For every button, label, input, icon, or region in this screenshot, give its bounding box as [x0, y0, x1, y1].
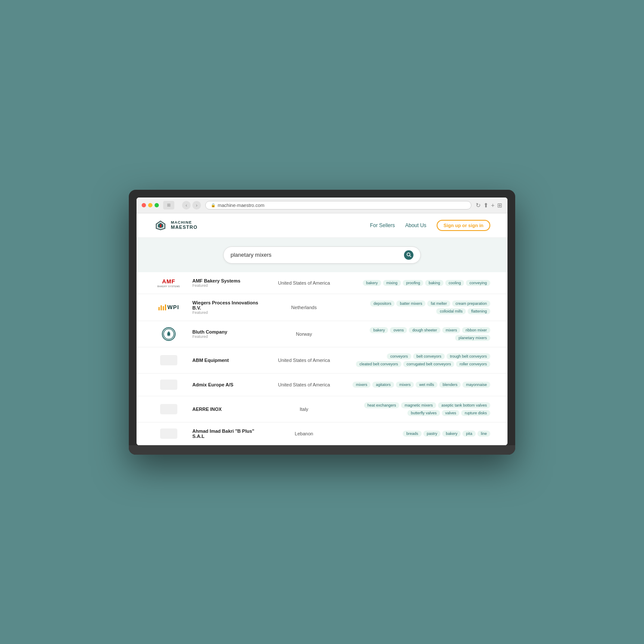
new-tab-button[interactable]: + — [491, 202, 495, 209]
tag: fat melter — [427, 301, 450, 307]
browser-actions: ↻ ⬆ + ⊞ — [476, 202, 502, 209]
company-info: Wiegers Process Innovations B.V. Feature… — [192, 300, 261, 315]
share-button[interactable]: ⬆ — [483, 202, 489, 209]
tag: conveying — [466, 280, 490, 286]
tag: cleated belt conveyors — [356, 361, 401, 367]
tag: cooling — [445, 280, 465, 286]
table-row[interactable]: ABM Equipment United States of America c… — [137, 347, 507, 374]
featured-label: Featured — [192, 334, 261, 339]
table-row[interactable]: AERRE INOX Italy heat exchangersmagnetic… — [137, 396, 507, 422]
logo-maestro: MAESTRO — [171, 225, 197, 230]
reload-button[interactable]: ↻ — [476, 202, 481, 209]
logo-icon — [154, 219, 167, 232]
company-info: AERRE INOX — [192, 407, 261, 412]
browser-chrome: ⊞ ‹ › 🔒 machine-maestro.com ↻ ⬆ + ⊞ — [137, 197, 507, 213]
back-button[interactable]: ‹ — [182, 201, 191, 210]
search-query-text: planetary mixers — [231, 252, 271, 258]
company-country: Netherlands — [270, 305, 338, 310]
tag: bakery — [363, 280, 381, 286]
company-tags: conveyorsbelt conveyorstrough belt conve… — [347, 353, 490, 367]
company-info: AMF Bakery Systems Featured — [192, 278, 261, 288]
tag: butterfly valves — [407, 410, 440, 416]
tag: pita — [462, 431, 476, 437]
company-logo-area: WPI — [154, 304, 184, 310]
tag: agitators — [372, 382, 394, 388]
tag: mixers — [396, 382, 414, 388]
company-name: Bluth Company — [192, 329, 261, 334]
tag: line — [477, 431, 490, 437]
traffic-lights — [142, 203, 159, 207]
address-bar[interactable]: 🔒 machine-maestro.com — [205, 201, 471, 210]
logo-text: MACHINE MAESTRO — [171, 221, 197, 230]
close-button[interactable] — [142, 203, 146, 207]
maximize-button[interactable] — [155, 203, 159, 207]
tag: ovens — [390, 327, 407, 333]
tag: cream preparation — [452, 301, 490, 307]
svg-line-5 — [410, 256, 411, 257]
browser-nav: ‹ › — [182, 201, 201, 210]
tag: mixers — [442, 327, 461, 333]
company-tags: depositorsbatter mixersfat meltercream p… — [347, 301, 490, 314]
tag: conveyors — [387, 353, 411, 359]
company-logo-area — [154, 404, 184, 414]
company-country: Norway — [270, 331, 338, 337]
company-country: United States of America — [270, 382, 338, 387]
nav-links: For Sellers About Us Sign up or sign in — [370, 220, 490, 231]
company-name: Wiegers Process Innovations B.V. — [192, 300, 261, 310]
company-tags: bakeryovensdough sheetermixersribbon mix… — [347, 327, 490, 341]
tag: trough belt conveyors — [447, 353, 490, 359]
lock-icon: 🔒 — [211, 203, 216, 207]
search-icon — [407, 252, 411, 257]
company-logo-area — [154, 380, 184, 390]
company-logo: AMF BAKERY SYSTEMS — [158, 278, 180, 288]
tag: colloidal mills — [436, 308, 466, 314]
table-row[interactable]: WPI Wiegers Process Innovations B.V. Fea… — [137, 294, 507, 321]
laptop-screen: ⊞ ‹ › 🔒 machine-maestro.com ↻ ⬆ + ⊞ — [137, 197, 507, 445]
forward-button[interactable]: › — [192, 201, 201, 210]
site-header: MACHINE MAESTRO For Sellers About Us Sig… — [137, 213, 507, 238]
search-section: planetary mixers — [137, 238, 507, 272]
table-row[interactable]: Bluth Company Featured Norway bakeryoven… — [137, 321, 507, 347]
svg-point-4 — [407, 253, 410, 256]
company-logo — [162, 327, 176, 341]
tag: proofing — [403, 280, 424, 286]
tag: mixing — [383, 280, 401, 286]
featured-label: Featured — [192, 283, 261, 288]
company-tags: heat exchangersmagnetic mixersaseptic ta… — [347, 402, 490, 416]
tag: wet mills — [416, 382, 437, 388]
tag: bakery — [370, 327, 388, 333]
company-logo: WPI — [158, 304, 179, 310]
tag: heat exchangers — [364, 402, 400, 408]
company-logo — [160, 404, 177, 414]
tag: ribbon mixer — [462, 327, 490, 333]
logo-machine: MACHINE — [171, 221, 197, 225]
tag: batter mixers — [396, 301, 425, 307]
tab-switcher[interactable]: ⊞ — [163, 201, 174, 210]
laptop-base — [129, 445, 515, 455]
company-logo-area — [154, 355, 184, 365]
company-logo — [160, 380, 177, 390]
tag: mixers — [352, 382, 371, 388]
signup-button[interactable]: Sign up or sign in — [437, 220, 490, 231]
nav-for-sellers[interactable]: For Sellers — [370, 222, 395, 228]
minimize-button[interactable] — [148, 203, 152, 207]
tag: dough sheeter — [409, 327, 440, 333]
table-row[interactable]: AMF BAKERY SYSTEMS AMF Bakery Systems Fe… — [137, 272, 507, 294]
table-row[interactable]: Ahmad Imad Bakri "B Plus" S.A.L Lebanon … — [137, 422, 507, 445]
tag: blenders — [439, 382, 461, 388]
company-country: United States of America — [270, 280, 338, 286]
company-info: Admix Europe A/S — [192, 382, 261, 387]
tab-overview-button[interactable]: ⊞ — [497, 202, 502, 209]
company-logo-area: AMF BAKERY SYSTEMS — [154, 278, 184, 288]
tag: pastry — [423, 431, 441, 437]
company-logo — [160, 355, 177, 365]
laptop-frame: ⊞ ‹ › 🔒 machine-maestro.com ↻ ⬆ + ⊞ — [129, 190, 515, 455]
site-content: MACHINE MAESTRO For Sellers About Us Sig… — [137, 213, 507, 445]
search-box[interactable]: planetary mixers — [223, 246, 421, 264]
nav-about-us[interactable]: About Us — [405, 222, 426, 228]
table-row[interactable]: Admix Europe A/S United States of Americ… — [137, 374, 507, 396]
company-tags: mixersagitatorsmixerswet millsblendersma… — [347, 382, 490, 388]
tag: planetary mixers — [455, 335, 490, 341]
tag: corrugated belt conveyors — [403, 361, 455, 367]
search-button[interactable] — [404, 250, 413, 260]
